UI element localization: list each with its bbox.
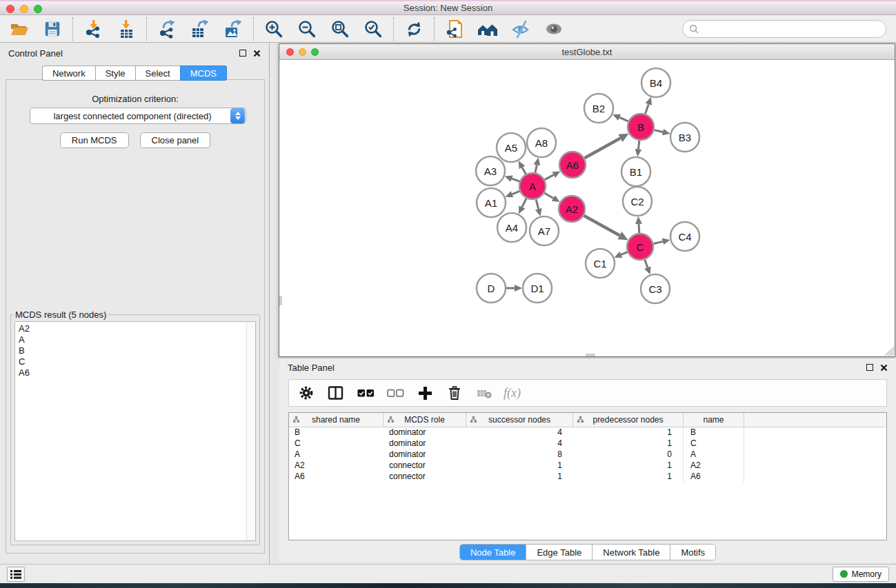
zoom-fit-icon[interactable]: [329, 18, 351, 40]
table-cell[interactable]: 1: [573, 460, 684, 472]
graph-node[interactable]: A2: [559, 196, 585, 222]
optimization-criterion-select[interactable]: largest connected component (directed): [30, 108, 246, 124]
mcds-result-item[interactable]: A6: [19, 367, 243, 378]
graph-edge[interactable]: [584, 216, 620, 236]
column-header-predecessor-nodes[interactable]: predecessor nodes: [573, 413, 684, 427]
zoom-in-icon[interactable]: [263, 18, 285, 40]
export-network-icon[interactable]: [156, 18, 178, 40]
tab-node-table[interactable]: Node Table: [460, 545, 527, 560]
zoom-window-button[interactable]: [34, 5, 42, 13]
table-row[interactable]: Bdominator41B: [289, 427, 886, 438]
graph-node[interactable]: A1: [477, 188, 506, 217]
run-mcds-button[interactable]: Run MCDS: [60, 132, 129, 148]
float-table-panel-icon[interactable]: [866, 364, 873, 371]
window-resize-grip[interactable]: [885, 347, 894, 356]
graph-node[interactable]: A4: [497, 213, 526, 242]
table-cell[interactable]: 4: [466, 427, 573, 438]
minimize-window-button[interactable]: [20, 5, 28, 13]
table-cell[interactable]: dominator: [384, 427, 466, 438]
graph-node[interactable]: B: [628, 114, 654, 140]
hide-graphics-details-icon[interactable]: [510, 18, 532, 40]
table-cell[interactable]: A: [684, 449, 744, 460]
close-panel-button[interactable]: Close panel: [140, 132, 211, 148]
tab-select[interactable]: Select: [135, 65, 180, 81]
mcds-result-item[interactable]: C: [19, 356, 243, 367]
graph-edge[interactable]: [621, 252, 628, 255]
table-cell[interactable]: [744, 449, 886, 460]
table-cell[interactable]: [744, 460, 886, 472]
zoom-out-icon[interactable]: [296, 18, 318, 40]
network-minimize-button[interactable]: [299, 48, 306, 56]
graph-edge[interactable]: [585, 139, 621, 159]
tab-motifs[interactable]: Motifs: [670, 545, 715, 560]
graph-node[interactable]: B4: [641, 68, 670, 97]
graph-node[interactable]: D1: [523, 274, 552, 303]
graph-node[interactable]: A6: [559, 152, 586, 178]
table-cell[interactable]: C: [289, 438, 384, 449]
graph-node[interactable]: D: [477, 274, 506, 303]
graph-edge[interactable]: [639, 141, 639, 149]
graph-edge[interactable]: [545, 175, 554, 180]
table-cell[interactable]: A6: [289, 472, 384, 483]
network-canvas[interactable]: B4B2BB3A5A8A6A3B1AC2A1A2A4A7C4CC1DD1C3: [279, 60, 895, 356]
table-cell[interactable]: 1: [573, 427, 684, 438]
graph-edge[interactable]: [536, 199, 539, 209]
tab-network-table[interactable]: Network Table: [593, 545, 670, 560]
table-cell[interactable]: 0: [573, 449, 684, 460]
graph-edge[interactable]: [544, 193, 553, 199]
graph-node[interactable]: A5: [497, 133, 526, 162]
graph-node[interactable]: A3: [476, 156, 505, 185]
graph-node[interactable]: C4: [670, 222, 699, 251]
result-list-scrollbar[interactable]: [246, 322, 255, 540]
export-table-icon[interactable]: [189, 18, 211, 40]
open-session-icon[interactable]: [8, 18, 30, 40]
column-header-name[interactable]: name: [684, 413, 744, 427]
close-window-button[interactable]: [6, 5, 14, 13]
close-panel-icon[interactable]: [253, 50, 261, 57]
table-cell[interactable]: 1: [466, 472, 573, 483]
graph-node[interactable]: B2: [584, 94, 613, 123]
add-row-icon[interactable]: [415, 383, 435, 403]
network-from-selection-icon[interactable]: [444, 18, 466, 40]
column-header-successor-nodes[interactable]: successor nodes: [466, 413, 573, 427]
graph-edge[interactable]: [512, 179, 519, 181]
graph-edge[interactable]: [522, 168, 526, 174]
graph-node[interactable]: C: [627, 234, 653, 260]
tab-edge-table[interactable]: Edge Table: [526, 545, 593, 560]
table-cell[interactable]: 8: [466, 449, 573, 460]
table-cell[interactable]: A2: [684, 460, 744, 472]
tab-network[interactable]: Network: [42, 65, 95, 81]
tab-mcds[interactable]: MCDS: [180, 65, 227, 81]
table-row[interactable]: A6connector11A6: [289, 472, 886, 483]
table-cell[interactable]: dominator: [384, 438, 466, 449]
table-cell[interactable]: B: [289, 427, 384, 438]
graph-edge[interactable]: [512, 191, 520, 194]
delete-row-icon[interactable]: [444, 383, 465, 403]
table-cell[interactable]: [744, 438, 886, 449]
graph-node[interactable]: B3: [670, 123, 699, 152]
table-cell[interactable]: dominator: [384, 449, 466, 460]
deselect-all-icon[interactable]: [385, 383, 406, 403]
memory-button[interactable]: Memory: [833, 567, 889, 582]
task-history-icon[interactable]: [7, 567, 25, 582]
table-cell[interactable]: B: [684, 427, 744, 438]
home-icon[interactable]: [477, 18, 499, 40]
graph-edge[interactable]: [646, 104, 649, 114]
graph-node[interactable]: A: [519, 173, 546, 199]
table-cell[interactable]: 1: [573, 438, 684, 449]
close-table-panel-icon[interactable]: [880, 364, 888, 372]
table-cell[interactable]: A2: [289, 460, 384, 472]
table-cell[interactable]: A: [289, 449, 384, 460]
canvas-bottom-handle[interactable]: [586, 354, 595, 356]
graph-edge[interactable]: [619, 117, 628, 121]
graph-edge[interactable]: [522, 199, 526, 207]
float-panel-icon[interactable]: [239, 50, 246, 57]
column-header-shared-name[interactable]: shared name: [289, 413, 384, 427]
graph-node[interactable]: C2: [623, 187, 652, 216]
graph-node[interactable]: C1: [586, 249, 615, 278]
column-browser-icon[interactable]: [326, 383, 346, 403]
import-network-icon[interactable]: [82, 18, 104, 40]
table-row[interactable]: Adominator80A: [289, 449, 886, 460]
tab-style[interactable]: Style: [95, 65, 135, 81]
import-table-icon[interactable]: [115, 18, 137, 40]
